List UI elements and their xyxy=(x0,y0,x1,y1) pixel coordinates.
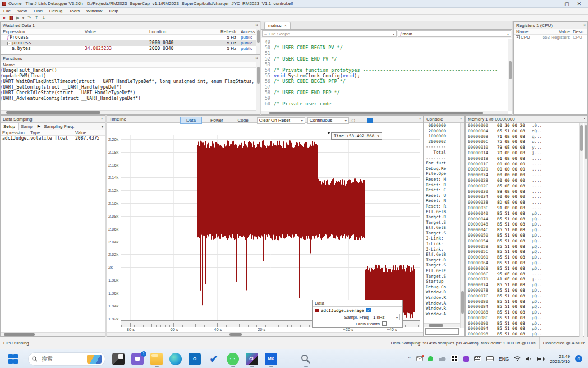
memory-row[interactable]: 00000024 00 00 00 00 .... xyxy=(466,172,587,178)
step-down-icon[interactable]: ↧ xyxy=(42,15,45,20)
menu-item[interactable]: File xyxy=(0,8,14,13)
zoom-out-icon[interactable]: ⊖ xyxy=(351,118,356,123)
close-icon[interactable]: × xyxy=(460,117,462,121)
watched-row[interactable]: fProcess5 Hzpublic xyxy=(1,35,260,40)
code-line[interactable]: 59 xyxy=(261,95,512,101)
memory-row[interactable]: 00000058 B5 51 00 08 µQ.. xyxy=(466,244,587,250)
scrollbar-thumb[interactable] xyxy=(269,112,483,114)
memory-row[interactable]: 00000048 B5 51 00 08 µQ.. xyxy=(466,222,587,227)
clear-on-reset-combo[interactable]: Clear On Reset▾ xyxy=(257,117,305,124)
memory-row[interactable]: 00000068 B5 51 00 08 µQ.. xyxy=(466,266,587,272)
data-sampling-header[interactable]: Data Sampling × xyxy=(1,116,105,123)
taskbar-clock[interactable]: 23:49 2023/5/16 xyxy=(550,354,570,364)
memory-row[interactable]: 00000050 B5 51 00 08 µQ.. xyxy=(466,233,587,238)
marker-color-swatch[interactable] xyxy=(368,118,373,123)
close-icon[interactable]: × xyxy=(583,23,586,27)
code-line[interactable]: 49 xyxy=(261,39,512,45)
timeline-tab-power[interactable]: Power xyxy=(204,117,229,124)
code-line[interactable]: 56/* USER CODE BEGIN PFP */ xyxy=(261,79,512,84)
close-icon[interactable]: × xyxy=(255,23,258,27)
taskbar-app-clion[interactable]: CL xyxy=(242,351,261,367)
continuous-combo[interactable]: Continuous▾ xyxy=(307,117,349,124)
code-line[interactable]: 53 xyxy=(261,62,512,67)
taskbar-app-chat[interactable]: 1 xyxy=(128,351,147,367)
memory-row[interactable]: 00000088 B5 51 00 08 µQ.. xyxy=(466,310,587,315)
memory-row[interactable]: 00000030 89 0E 00 08 .... xyxy=(466,189,587,195)
taskbar-app-ozone[interactable] xyxy=(296,351,315,367)
start-button[interactable] xyxy=(6,352,20,366)
code-line[interactable]: 50/* USER CODE BEGIN PV */ xyxy=(261,45,512,50)
tab-close-icon[interactable]: × xyxy=(284,23,287,28)
memory-row[interactable]: 00000084 B5 51 00 08 µQ.. xyxy=(466,304,587,310)
chevron-up-icon[interactable]: ⌃ xyxy=(407,356,411,361)
close-icon[interactable]: × xyxy=(255,56,258,61)
code-line[interactable]: 57 xyxy=(261,84,512,90)
memory-row[interactable]: 00000054 B5 51 00 08 µQ.. xyxy=(466,238,587,244)
code-line[interactable]: 55void SystemClock_Config(void); xyxy=(261,73,512,79)
purple-app-tray-icon[interactable] xyxy=(463,356,469,362)
memory-row[interactable]: 0000006C 95 0E 00 08 .... xyxy=(466,272,587,277)
scrollbar-thumb[interactable] xyxy=(4,333,35,336)
memory-header[interactable]: Memory 1 @ 00000000 × xyxy=(466,116,587,123)
menu-item[interactable]: View xyxy=(14,8,30,13)
taskbar-app-outlook[interactable]: O xyxy=(185,351,204,367)
watched-row[interactable]: a.bytes34.00252332000 03405 Hzpublic xyxy=(1,46,260,52)
console-command-input[interactable] xyxy=(425,328,459,335)
scrollbar-thumb[interactable] xyxy=(580,125,583,151)
scrollbar-thumb[interactable] xyxy=(585,125,587,159)
memory-row[interactable]: 00000038 8D 0E 00 08 .... xyxy=(466,200,587,205)
time-cursor-marker[interactable] xyxy=(327,132,330,134)
function-row[interactable]: f UART_WaitOnFlagUntilTimeout(struct __U… xyxy=(1,79,260,85)
memory-row[interactable]: 00000028 00 00 00 00 .... xyxy=(466,178,587,183)
menu-item[interactable]: Debug xyxy=(46,8,66,13)
memory-row[interactable]: 0000003C 91 0E 00 08 .... xyxy=(466,205,587,211)
function-row[interactable]: f UART_CheckIdleState(struct __UART_Hand… xyxy=(1,90,260,96)
memory-row[interactable]: 00000040 B5 51 00 08 µQ.. xyxy=(466,211,587,217)
timeline-tab-code[interactable]: Code xyxy=(232,117,255,124)
memory-row[interactable]: 00000060 B5 51 00 08 µQ.. xyxy=(466,255,587,260)
function-row[interactable]: f updatePWM(float) xyxy=(1,73,260,79)
pause-icon[interactable]: ▮▮ xyxy=(9,15,13,20)
draw-points-checkbox[interactable] xyxy=(382,321,387,326)
memory-row[interactable]: 00000018 01 0E 00 08 .... xyxy=(466,156,587,162)
memory-row[interactable]: 00000078 B5 51 00 08 µQ.. xyxy=(466,288,587,293)
code-line[interactable]: 58/* USER CODE END PFP */ xyxy=(261,90,512,95)
memory-row[interactable]: 00000014 7D 0E 00 08 }... xyxy=(466,150,587,156)
memory-row[interactable]: 0000005C B5 51 00 08 µQ.. xyxy=(466,249,587,255)
taskbar-app-todo[interactable]: ✔ xyxy=(204,351,223,367)
memory-row[interactable]: 00000098 B5 51 00 08 µQ.. xyxy=(466,332,587,337)
expander-icon[interactable]: + xyxy=(516,35,520,39)
dropdown-icon[interactable]: ▾ xyxy=(22,16,24,20)
code-line[interactable]: 54/* Private function prototypes -------… xyxy=(261,67,512,73)
windows-tray-icon[interactable] xyxy=(451,355,458,362)
memory-row[interactable]: 00000020 00 00 00 00 .... xyxy=(466,167,587,172)
code-line[interactable]: 52/* USER CODE END PV */ xyxy=(261,56,512,62)
touchpad-icon[interactable] xyxy=(486,356,494,361)
memory-row[interactable]: 00000034 00 00 00 00 .... xyxy=(466,194,587,200)
registers-header[interactable]: Registers 1 (CPU) × xyxy=(514,22,587,29)
function-combo[interactable]: f main▾ xyxy=(398,30,511,37)
resume-icon[interactable]: ▶ xyxy=(16,16,19,20)
register-row-cpu[interactable]: +CPU 663 Registers CPU xyxy=(514,35,587,40)
notification-badge[interactable]: 6 xyxy=(575,355,582,362)
console-header[interactable]: Console × xyxy=(424,116,464,123)
memory-row[interactable]: 00000004 65 51 00 08 eQ.. xyxy=(466,128,587,134)
memory-row[interactable]: 00000044 B5 51 00 08 µQ.. xyxy=(466,217,587,222)
battery-icon[interactable] xyxy=(537,357,545,361)
memory-row[interactable]: 00000000 00 30 00 20 .0.. xyxy=(466,123,587,128)
code-line[interactable]: 60/* Private user code -----------------… xyxy=(261,101,512,107)
menu-item[interactable]: Help xyxy=(105,8,121,13)
watched-data-header[interactable]: Watched Data 1 × xyxy=(1,22,260,29)
tab-setup[interactable]: Setup xyxy=(1,123,19,130)
sampl-freq-combo[interactable]: 1 kHz▾ xyxy=(371,314,400,320)
mail-tray-icon[interactable] xyxy=(416,356,423,361)
onedrive-cloud-icon[interactable] xyxy=(438,356,446,361)
ime-keyboard-icon[interactable] xyxy=(474,356,481,361)
taskbar-app-widget[interactable] xyxy=(109,351,128,367)
code-line[interactable]: 51 xyxy=(261,50,512,56)
scrollbar-thumb[interactable] xyxy=(6,111,100,114)
code-area[interactable]: 4950/* USER CODE BEGIN PV */5152/* USER … xyxy=(261,38,512,107)
close-button[interactable]: ✕ xyxy=(577,1,581,7)
maximize-button[interactable]: ▢ xyxy=(564,1,569,7)
taskbar-app-mx[interactable]: MX xyxy=(261,351,281,367)
